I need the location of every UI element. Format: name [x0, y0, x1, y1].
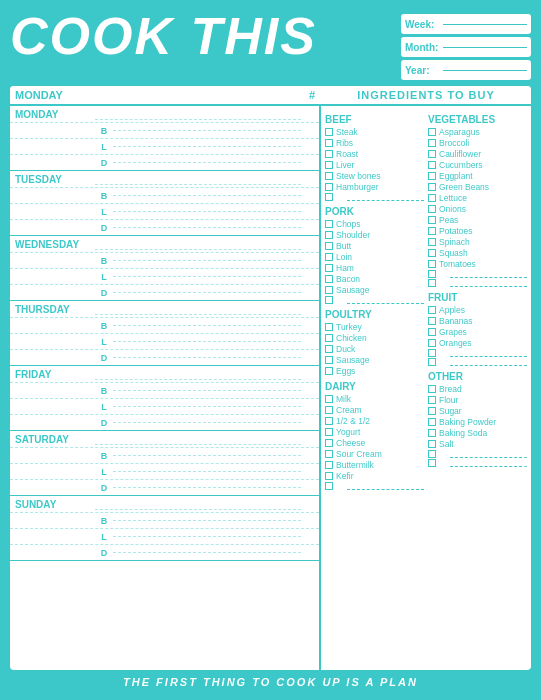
ingredient-checkbox[interactable] — [325, 139, 333, 147]
meal-line[interactable] — [113, 422, 301, 423]
meal-line[interactable] — [113, 211, 301, 212]
meal-line[interactable] — [113, 536, 301, 537]
ingredient-item: Buttermilk — [325, 460, 424, 470]
ingredient-checkbox-blank[interactable] — [428, 450, 436, 458]
day-label: SUNDAY — [10, 499, 95, 510]
ingredient-checkbox[interactable] — [428, 139, 436, 147]
ingredient-checkbox[interactable] — [325, 150, 333, 158]
meal-line[interactable] — [113, 130, 301, 131]
meal-line[interactable] — [113, 552, 301, 553]
ingredient-checkbox[interactable] — [428, 339, 436, 347]
ingredient-checkbox[interactable] — [325, 356, 333, 364]
bld-letter: L — [95, 337, 113, 347]
month-field[interactable]: Month: — [401, 37, 531, 57]
ingredient-checkbox[interactable] — [325, 242, 333, 250]
ingredient-checkbox[interactable] — [428, 407, 436, 415]
ingredient-item: Yogurt — [325, 427, 424, 437]
ingredient-text: Cheese — [336, 438, 365, 448]
day-block-sunday: SUNDAYBLD — [10, 496, 319, 561]
ingredient-checkbox[interactable] — [428, 418, 436, 426]
ingredient-checkbox-blank[interactable] — [428, 358, 436, 366]
ingredient-checkbox-blank[interactable] — [325, 482, 333, 490]
ingredient-checkbox[interactable] — [428, 150, 436, 158]
bld-letter: D — [95, 353, 113, 363]
ingredient-checkbox[interactable] — [325, 395, 333, 403]
ingredient-checkbox-blank[interactable] — [428, 349, 436, 357]
ingredient-checkbox[interactable] — [428, 249, 436, 257]
ingredient-checkbox[interactable] — [325, 323, 333, 331]
ingredient-checkbox[interactable] — [325, 428, 333, 436]
ingredient-checkbox[interactable] — [325, 231, 333, 239]
ingredient-checkbox[interactable] — [325, 417, 333, 425]
ingredient-checkbox[interactable] — [428, 238, 436, 246]
ingredient-checkbox-blank[interactable] — [325, 193, 333, 201]
bld-row-l: L — [10, 333, 319, 349]
ingredient-checkbox[interactable] — [428, 328, 436, 336]
meal-line[interactable] — [113, 325, 301, 326]
ingredient-checkbox[interactable] — [325, 367, 333, 375]
meal-line[interactable] — [113, 487, 301, 488]
ingredient-checkbox[interactable] — [428, 128, 436, 136]
ingredient-checkbox[interactable] — [325, 439, 333, 447]
ingredients-section: BEEFSteakRibsRoastLiverStew bonesHamburg… — [321, 106, 531, 670]
meal-line[interactable] — [113, 520, 301, 521]
meal-line[interactable] — [113, 260, 301, 261]
meal-line[interactable] — [113, 146, 301, 147]
ingredient-checkbox[interactable] — [325, 472, 333, 480]
ingredient-checkbox[interactable] — [325, 345, 333, 353]
ingredient-checkbox[interactable] — [325, 286, 333, 294]
meal-line[interactable] — [113, 341, 301, 342]
ingredient-checkbox[interactable] — [428, 306, 436, 314]
meal-line[interactable] — [113, 276, 301, 277]
ingredient-checkbox[interactable] — [428, 385, 436, 393]
day-label-row: WEDNESDAY — [10, 236, 319, 252]
ingredient-checkbox[interactable] — [428, 205, 436, 213]
bld-letter: D — [95, 548, 113, 558]
ingredient-checkbox[interactable] — [428, 216, 436, 224]
bld-letter: L — [95, 467, 113, 477]
bld-row-b: B — [10, 187, 319, 203]
ingredient-checkbox[interactable] — [428, 317, 436, 325]
ingredient-text: Eggplant — [439, 171, 473, 181]
ingredient-checkbox[interactable] — [325, 264, 333, 272]
ingredient-checkbox[interactable] — [325, 220, 333, 228]
ingredient-checkbox[interactable] — [325, 161, 333, 169]
ingredient-checkbox[interactable] — [428, 227, 436, 235]
meal-line[interactable] — [113, 227, 301, 228]
meal-line[interactable] — [113, 195, 301, 196]
ingredient-checkbox[interactable] — [325, 450, 333, 458]
ingredient-checkbox[interactable] — [428, 183, 436, 191]
ingredient-checkbox[interactable] — [325, 406, 333, 414]
ingredient-checkbox[interactable] — [428, 429, 436, 437]
meal-line[interactable] — [113, 357, 301, 358]
year-field[interactable]: Year: — [401, 60, 531, 80]
meal-line[interactable] — [113, 455, 301, 456]
meal-line[interactable] — [113, 471, 301, 472]
ingredient-checkbox[interactable] — [428, 194, 436, 202]
ingredient-checkbox[interactable] — [428, 396, 436, 404]
meal-line[interactable] — [113, 406, 301, 407]
ingredient-checkbox[interactable] — [428, 161, 436, 169]
ingredient-checkbox[interactable] — [325, 183, 333, 191]
ingredient-checkbox[interactable] — [325, 172, 333, 180]
ingredient-item: Eggs — [325, 366, 424, 376]
meal-line[interactable] — [113, 390, 301, 391]
ingredient-item: Cheese — [325, 438, 424, 448]
ingredient-checkbox[interactable] — [428, 260, 436, 268]
ingredient-checkbox-blank[interactable] — [325, 296, 333, 304]
ingredient-checkbox[interactable] — [325, 128, 333, 136]
ingredient-checkbox-blank[interactable] — [428, 270, 436, 278]
ingredient-blank — [428, 279, 527, 287]
ingredient-checkbox-blank[interactable] — [428, 279, 436, 287]
ingredient-checkbox[interactable] — [325, 275, 333, 283]
meal-line[interactable] — [113, 162, 301, 163]
bld-row-b: B — [10, 317, 319, 333]
week-field[interactable]: Week: — [401, 14, 531, 34]
ingredient-checkbox[interactable] — [325, 253, 333, 261]
ingredient-checkbox[interactable] — [325, 461, 333, 469]
ingredient-checkbox-blank[interactable] — [428, 459, 436, 467]
meal-line[interactable] — [113, 292, 301, 293]
ingredient-checkbox[interactable] — [428, 440, 436, 448]
ingredient-checkbox[interactable] — [325, 334, 333, 342]
ingredient-checkbox[interactable] — [428, 172, 436, 180]
